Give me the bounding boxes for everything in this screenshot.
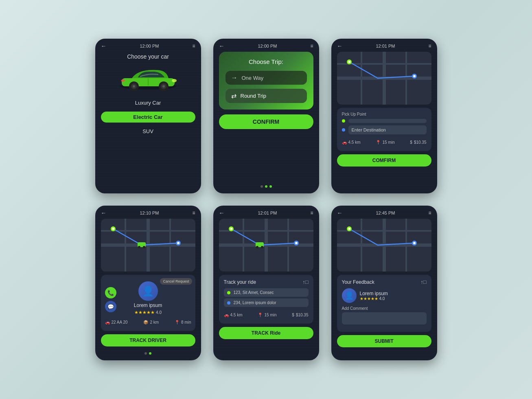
map-6 — [337, 219, 431, 272]
feedback-driver-name: Lorem ipsum — [360, 291, 388, 296]
distance-val-3: 4.5 km — [348, 140, 361, 145]
signal-3: ≡ — [428, 43, 431, 49]
dest-dot — [342, 128, 345, 132]
back-arrow-1[interactable]: ← — [101, 43, 107, 49]
roundtrip-label: Round Trip — [241, 93, 267, 99]
app-grid: ← 12:00 PM ≡ Choose your car — [79, 22, 453, 377]
pickup-info: Pick Up Point Enter Destination 🚗 4.5 km — [337, 108, 431, 151]
contact-icons: 📞 💬 — [105, 287, 116, 312]
header-5: ← 12:01 PM ≡ — [213, 206, 319, 219]
pickup-input[interactable] — [348, 119, 427, 123]
driver-avatar: 👤 — [138, 281, 158, 301]
dist-icon-4: 📦 — [143, 320, 148, 324]
message-icon[interactable]: 💬 — [105, 301, 116, 312]
track-ride-button[interactable]: TRACK Ride — [219, 327, 313, 339]
pickup-route: Enter Destination — [342, 119, 427, 134]
car-option-electric[interactable]: Electric Car — [101, 112, 195, 123]
share-icon-6[interactable]: ↑□ — [420, 279, 426, 285]
confirm-button[interactable]: CONFIRM — [219, 114, 313, 129]
price-val-5: $10.35 — [296, 313, 309, 317]
car-options-list: Luxury Car Electric Car SUV — [101, 97, 195, 137]
time-1: 12:00 PM — [140, 44, 159, 48]
svg-point-42 — [230, 228, 232, 230]
map-svg-6 — [337, 219, 431, 272]
map-3 — [337, 52, 431, 105]
plate-val: 22 AA 20 — [112, 320, 128, 324]
signal-4: ≡ — [192, 210, 195, 216]
track-driver-button[interactable]: TRACK DRIVER — [101, 334, 195, 346]
svg-point-21 — [413, 75, 416, 77]
feedback-stars: ★★★★★ — [360, 296, 378, 301]
svg-point-45 — [261, 246, 263, 248]
comment-input[interactable] — [342, 312, 427, 324]
svg-point-31 — [138, 246, 140, 248]
back-arrow-3[interactable]: ← — [337, 43, 343, 49]
stat-price-3: $ $10.35 — [410, 140, 426, 145]
time-3: 12:01 PM — [376, 44, 395, 48]
addr-dot-g — [227, 291, 230, 294]
phone-icon[interactable]: 📞 — [105, 287, 116, 298]
svg-point-47 — [295, 242, 298, 244]
svg-point-57 — [413, 242, 416, 244]
cancel-label[interactable]: Cancel Request — [160, 278, 192, 285]
map-svg-3 — [337, 52, 431, 105]
stat-distance-3: 🚗 4.5 km — [342, 140, 361, 145]
choose-car-title: Choose your car — [101, 53, 195, 60]
car-icon-5: 🚗 — [224, 313, 229, 317]
address-row-1: 123, Sit Amet, Consec — [224, 288, 309, 297]
back-arrow-2[interactable]: ← — [219, 43, 225, 49]
time-icon-4: 📍 — [175, 320, 180, 324]
share-icon[interactable]: ↑□ — [302, 279, 308, 285]
card-feedback: ← 12:45 PM ≡ — [331, 206, 437, 360]
time-stat: 📍 8 min — [175, 320, 191, 324]
dest-input[interactable]: Enter Destination — [348, 125, 427, 134]
signal-6: ≡ — [428, 210, 431, 216]
time-4: 12:10 PM — [140, 210, 159, 215]
car-option-suv[interactable]: SUV — [101, 126, 195, 137]
stat-time-5: 📍 15 min — [258, 313, 276, 317]
trip-option-oneway[interactable]: → One Way — [225, 71, 307, 85]
back-arrow-4[interactable]: ← — [101, 210, 107, 216]
back-arrow-5[interactable]: ← — [219, 210, 225, 216]
pin-icon-5: 📍 — [258, 313, 263, 317]
dist-val-5: 4.5 km — [230, 313, 243, 317]
back-arrow-6[interactable]: ← — [337, 210, 343, 216]
svg-point-9 — [172, 79, 177, 82]
address-row-2: 234, Lorem ipsum dolor — [224, 298, 309, 307]
stat-time-3: 📍 15 min — [376, 140, 394, 145]
map-4 — [101, 219, 195, 272]
dot-1 — [261, 185, 263, 188]
stats-row-3: 🚗 4.5 km 📍 15 min $ $10.35 — [342, 138, 427, 147]
dist-stat: 📦 2 km — [143, 320, 159, 324]
dot-2 — [265, 185, 267, 188]
svg-point-34 — [177, 242, 180, 244]
svg-point-29 — [112, 228, 114, 230]
car-icon-3: 🚗 — [342, 140, 347, 145]
car-icon-4: 🚗 — [105, 320, 110, 324]
submit-button[interactable]: SUBMIT — [337, 335, 431, 347]
feedback-rating: 4.0 — [379, 296, 385, 301]
driver-stars: ★★★★★ — [134, 310, 155, 315]
svg-point-55 — [348, 228, 350, 230]
map-svg-5 — [219, 219, 313, 272]
trip-option-roundtrip[interactable]: ⇄ Round Trip — [225, 89, 307, 103]
stat-price-5: $ $10.35 — [292, 313, 308, 317]
card-track-ride: ← 12:01 PM ≡ — [213, 206, 319, 360]
header-4: ← 12:10 PM ≡ — [95, 206, 201, 219]
dist-val: 2 km — [150, 320, 159, 324]
header-1: ← 12:00 PM ≡ — [95, 39, 201, 52]
svg-point-5 — [133, 85, 135, 88]
svg-point-8 — [162, 85, 165, 88]
header-6: ← 12:45 PM ≡ — [331, 206, 437, 219]
pickup-label: Pick Up Point — [342, 112, 427, 116]
comfirm-button[interactable]: COMFIRM — [337, 154, 431, 167]
car-option-luxury[interactable]: Luxury Car — [101, 97, 195, 108]
pin-icon-3: 📍 — [376, 140, 381, 145]
svg-point-44 — [256, 246, 258, 248]
pickup-row — [342, 119, 427, 123]
time-val-3: 15 min — [382, 140, 394, 145]
dot-4b — [149, 352, 151, 355]
svg-point-10 — [121, 79, 125, 82]
svg-point-32 — [143, 246, 145, 248]
stats-row-5: 🚗 4.5 km 📍 15 min $ $10.35 — [224, 310, 309, 320]
